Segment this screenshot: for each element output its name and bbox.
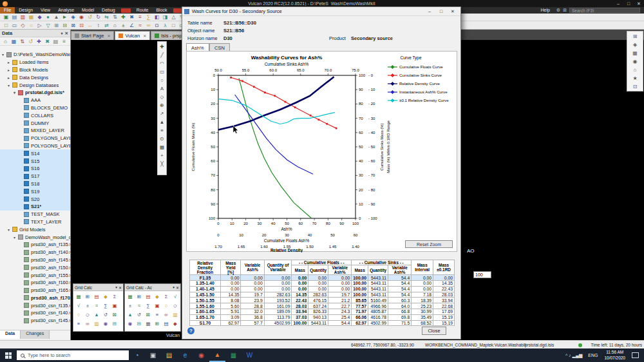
toolbar-icon[interactable]: △ [170,14,177,21]
tree-item[interactable]: AAA [0,97,70,104]
tree-item[interactable]: S15 [0,157,70,165]
toolbar-icon[interactable]: ⊟ [61,22,68,29]
taskbar-app-chrome-icon[interactable]: ◉ [193,348,209,362]
dropdown-icon[interactable]: ▾ [173,285,175,289]
grid-calc-icon[interactable]: ◆ [153,292,161,300]
tree-item[interactable]: POLYGONS_LAYER [0,135,70,142]
tree-expander-icon[interactable]: ▾ [2,52,6,57]
toolbar-icon[interactable]: ≡ [137,14,144,21]
drawing-tool-icon[interactable]: ↗ [158,110,166,117]
tree-item[interactable]: S17 [0,173,70,180]
toolbar-icon[interactable]: ⊡ [78,22,85,29]
tree-expander-icon[interactable]: ▸ [8,68,12,72]
grid-calc-icon[interactable]: ≈ [93,301,100,309]
grid-calc-icon[interactable]: ∞ [84,319,91,327]
toolbar-icon[interactable]: ▣ [3,14,10,21]
menu-analyse[interactable]: Analyse [54,7,78,14]
table-row[interactable]: 1.35-1.400.000.000.000.000.000.00100.005… [190,280,455,286]
drawing-tool-icon[interactable]: ◠ [158,59,166,67]
grid-calc-icon[interactable]: ○ [75,310,82,318]
menu-model[interactable]: Model [78,7,98,14]
tree-item[interactable]: DUMMY [0,119,70,127]
toolbar-icon[interactable]: ↕ [95,22,102,29]
viewport-value-input[interactable] [473,271,491,278]
grid-calc-icon[interactable]: Σ [111,292,118,300]
tree-item[interactable]: MIXED_LAYER [0,127,70,135]
toolbar-icon[interactable]: ∑ [145,14,152,21]
menu-route[interactable]: Route [133,7,153,14]
toolbar-icon[interactable]: ▷ [36,22,43,29]
toolbar-icon[interactable]: ≈ [137,22,144,29]
tree-item[interactable]: prsd30_ash_f150.wsg [0,263,70,271]
toolbar-icon[interactable]: ● [44,14,52,21]
tree-expander-icon[interactable]: ▾ [14,235,18,240]
toolbar-icon[interactable]: ► [61,14,68,21]
washability-table[interactable]: Relative Density FractionMass Yield [%]V… [189,260,455,330]
toolbar-icon[interactable]: ○ [28,22,35,29]
grid-calc-icon[interactable]: ▲ [93,310,100,318]
tree-item[interactable]: prsd30_csn_f145.wsg [0,317,70,325]
taskbar-clock[interactable]: 11:56 AM 10/07/2020 [600,350,629,361]
toolbar-icon[interactable]: ▭ [11,22,18,29]
grid-calc-icon[interactable]: ◆ [102,292,109,300]
tree-expander-icon[interactable]: ▾ [14,90,18,95]
taskbar-app-file-explorer-icon[interactable]: ▤ [161,348,177,362]
table-row[interactable]: 1.40-1.450.000.000.000.000.000.00100.005… [190,286,455,292]
panel-tab-changes[interactable]: Changes [21,330,50,339]
toolbar-icon[interactable]: □ [170,22,177,29]
table-row[interactable]: 1.60-1.655.9132.0189.0933.94826.3324.371… [190,309,455,314]
toolbar-icon[interactable]: ◧ [153,14,160,21]
grid-calc-icon[interactable]: ▦ [144,319,152,327]
tree-item[interactable]: prsd30_ash_f135.wsg [0,241,70,249]
drawing-tool-icon[interactable]: ⊕ [158,101,166,109]
close-button[interactable]: Close [422,327,446,335]
grid-calc-icon[interactable]: ∑ [144,301,152,309]
tree-expander-icon[interactable]: ▾ [8,83,12,88]
menu-search-input[interactable] [569,8,640,13]
tree-item[interactable]: prsd30_ash_f170.wsg [0,294,70,302]
tree-item[interactable]: BLOCKS_DEMO [0,104,70,112]
toolbar-icon[interactable]: ∞ [145,22,152,29]
toolbar-icon[interactable]: Ω [153,22,160,29]
toolbar-icon[interactable]: ∠ [128,22,135,29]
drawing-tool-icon[interactable]: ○ [158,76,166,84]
grid-calc-icon[interactable]: ≡ [75,319,82,327]
data-panel-toolbar-icon[interactable]: ↺ [27,38,34,45]
grid-calc-icon[interactable]: ∑ [102,301,109,309]
table-row[interactable]: 1.50-1.558.0823.9193.5222.43476.1521.285… [190,298,455,303]
panel-close-icon[interactable]: ✕ [65,31,68,36]
dialog-titlebar[interactable]: Wash Curves for D30 - Secondary Source –… [182,7,460,16]
grid-calc-icon[interactable]: √ [171,292,179,300]
tree-item[interactable]: COLLARS [0,111,70,119]
grid-calc-icon[interactable]: ⊞ [153,319,161,327]
tree-item[interactable]: prsd30_ash_f155.wsg [0,271,70,279]
data-panel-toolbar-icon[interactable]: ≡ [61,38,68,45]
menu-block[interactable]: Block [152,7,171,14]
tree-item[interactable]: ▸Block Models [0,66,70,74]
menu-chip[interactable] [121,8,131,13]
table-row[interactable]: 1.55-1.605.6028.8161.0928.03637.2422.777… [190,303,455,309]
tree-item[interactable]: prsd30_csn_f135.wsg [0,301,70,309]
language-indicator[interactable]: ENG [585,353,600,357]
reset-zoom-button[interactable]: Reset Zoom [405,240,453,248]
tree-item[interactable]: ▾DemoWash_model_dir.gr... [0,233,70,241]
drawing-tool-icon[interactable]: ≡ [158,126,166,134]
grid-calc-icon[interactable]: ○ [162,301,170,309]
drawing-tool-icon[interactable]: ⊙ [158,135,166,142]
taskbar-app-cortana-icon[interactable]: ◔ [129,348,145,362]
table-row[interactable]: 1.65-1.703.0936.8113.7937.03940.1325.466… [190,314,455,320]
view-tool-icon[interactable]: ⊡ [631,82,639,90]
data-panel-toolbar-icon[interactable]: ✚ [35,38,43,45]
view-tool-icon[interactable]: ◉ [631,58,639,66]
toolbar-icon[interactable]: ↔ [86,22,93,29]
toolbar-icon[interactable]: ▽ [44,22,52,29]
grid-view-icon[interactable]: ⊞ [563,8,567,13]
gear-icon[interactable]: ⚙ [556,8,560,13]
grid-calc-icon[interactable]: ± [84,301,91,309]
tree-item[interactable]: S21* [0,203,70,211]
grid-calc-icon[interactable]: ≡ [153,310,161,318]
grid-calc-icon[interactable]: ↺ [135,310,143,318]
drawing-tool-icon[interactable]: ◇ [158,93,166,100]
toolbar-icon[interactable]: ✖ [128,14,135,21]
wash-table-grid[interactable]: Relative Density FractionMass Yield [%]V… [189,260,455,326]
